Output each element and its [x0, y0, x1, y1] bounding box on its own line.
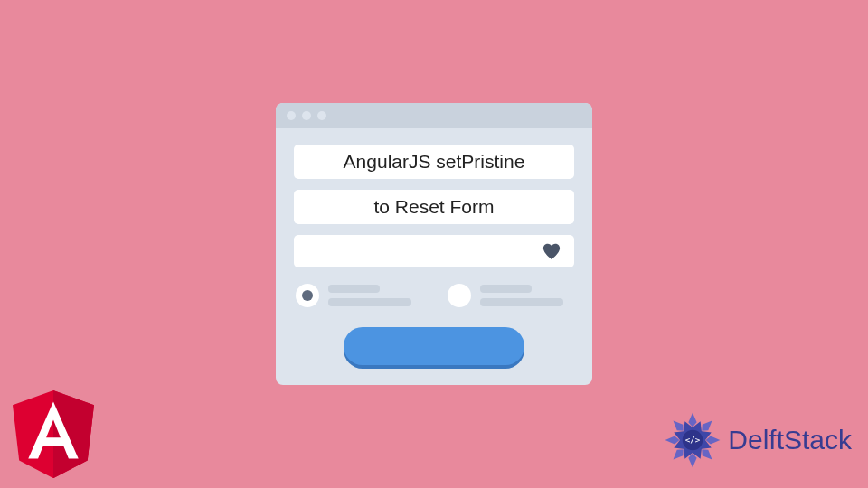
radio-option-2[interactable] — [448, 284, 574, 307]
angular-logo-icon — [13, 390, 94, 477]
window-dot-icon — [302, 111, 311, 120]
title-line-1: AngularJS setPristine — [294, 145, 574, 179]
radio-checked-icon — [302, 290, 313, 301]
window-body: AngularJS setPristine to Reset Form — [276, 128, 592, 385]
favorite-field[interactable] — [294, 235, 574, 267]
form-window: AngularJS setPristine to Reset Form — [276, 103, 592, 385]
radio-button — [448, 284, 471, 307]
radio-label-placeholder — [480, 285, 574, 306]
delftstack-brand: </> DelftStack — [663, 410, 852, 470]
radio-option-1[interactable] — [296, 284, 422, 307]
submit-row — [294, 327, 574, 365]
title-line-2: to Reset Form — [294, 190, 574, 224]
brand-name: DelftStack — [728, 425, 852, 455]
svg-text:</>: </> — [685, 435, 701, 445]
radio-button — [296, 284, 319, 307]
window-titlebar — [276, 103, 592, 128]
heart-icon — [542, 242, 561, 260]
radio-options — [294, 278, 574, 324]
radio-label-placeholder — [328, 285, 422, 306]
submit-button[interactable] — [344, 327, 524, 365]
window-dot-icon — [317, 111, 326, 120]
delftstack-emblem-icon: </> — [663, 410, 722, 470]
window-dot-icon — [287, 111, 296, 120]
